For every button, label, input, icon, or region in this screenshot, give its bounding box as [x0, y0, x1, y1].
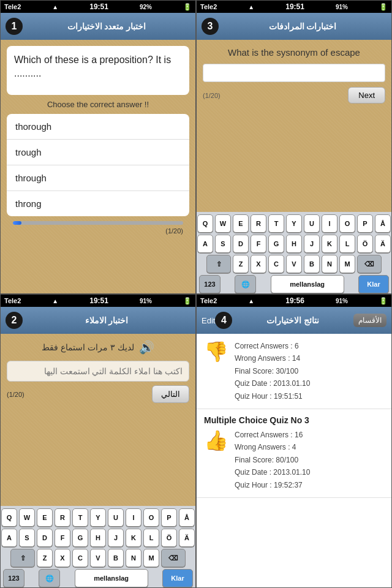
- q4-hour-2: Quiz Hour : 19:52:37: [235, 479, 310, 491]
- kb-space-q3[interactable]: mellanslag: [271, 275, 344, 293]
- kb2-key-x[interactable]: X: [55, 549, 70, 567]
- kb2-key-b[interactable]: B: [108, 549, 124, 567]
- kb2-globe[interactable]: 🌐: [39, 569, 60, 587]
- kb2-key-e[interactable]: E: [37, 508, 53, 527]
- time-q2: 19:51: [89, 296, 108, 305]
- q1-choice-0[interactable]: thorough: [7, 114, 189, 140]
- kb-key-b[interactable]: B: [304, 255, 320, 273]
- kb2-key-a[interactable]: A: [1, 529, 17, 547]
- kb2-key-p[interactable]: P: [161, 508, 177, 527]
- kb-key-m[interactable]: M: [339, 255, 355, 273]
- kb-key-w[interactable]: W: [215, 214, 231, 233]
- q4-correct-2: Correct Answers : 16: [235, 429, 310, 441]
- kb-key-x[interactable]: X: [251, 255, 266, 273]
- kb-klar-q3[interactable]: Klar: [358, 275, 389, 293]
- kb-key-i[interactable]: I: [322, 214, 337, 233]
- kb2-key-s[interactable]: S: [19, 529, 35, 547]
- q4-edit-button[interactable]: Edit: [202, 316, 215, 325]
- kb-key-aa[interactable]: Å: [375, 214, 391, 233]
- kb-key-k[interactable]: K: [322, 235, 337, 253]
- q1-instruction: Choose the correct answer !!: [7, 100, 189, 109]
- kb2-key-c[interactable]: C: [72, 549, 88, 567]
- q2-input[interactable]: [7, 361, 189, 382]
- kb-key-n[interactable]: N: [322, 255, 337, 273]
- kb-key-g[interactable]: G: [268, 235, 284, 253]
- kb-key-y[interactable]: Y: [286, 214, 302, 233]
- q4-correct-1: Correct Answers : 6: [235, 340, 310, 352]
- kb-num-q3[interactable]: 123: [199, 275, 221, 293]
- q3-meta-row: (1/20) Next: [197, 85, 391, 106]
- q4-section-button[interactable]: الأقسام: [353, 314, 386, 327]
- kb-key-o[interactable]: O: [339, 214, 355, 233]
- kb2-key-k[interactable]: K: [126, 529, 141, 547]
- kb2-key-l[interactable]: L: [143, 529, 159, 547]
- kb-key-l[interactable]: L: [339, 235, 355, 253]
- kb2-key-j[interactable]: J: [108, 529, 124, 547]
- q1-progress-label: (1/20): [7, 227, 189, 235]
- q1-choice-2[interactable]: through: [7, 165, 189, 191]
- kb2-space[interactable]: mellanslag: [75, 569, 148, 587]
- kb2-backspace[interactable]: ⌫: [161, 549, 186, 567]
- kb-key-t[interactable]: T: [268, 214, 284, 233]
- kb2-num[interactable]: 123: [3, 569, 24, 587]
- kb2-key-m[interactable]: M: [143, 549, 159, 567]
- q2-audio-text: لديك ٣ مرات استماع فقط: [42, 342, 134, 352]
- kb2-key-h[interactable]: H: [90, 529, 106, 547]
- q2-next-button[interactable]: التالي: [152, 385, 189, 403]
- kb2-key-n[interactable]: N: [126, 549, 141, 567]
- kb-backspace-q3[interactable]: ⌫: [357, 255, 382, 273]
- q1-choice-3[interactable]: throng: [7, 191, 189, 216]
- app-header-q1: 1 اختبار متعدد الاختيارات: [1, 13, 195, 40]
- keyboard-q3: Q W E R T Y U I O P Å A S D F G: [197, 212, 391, 294]
- kb-key-c[interactable]: C: [268, 255, 284, 273]
- q1-content: Which of these is a preposition? It is .…: [1, 40, 195, 294]
- kb2-key-z[interactable]: Z: [37, 549, 53, 567]
- quadrant-3: Tele2 ▲ 19:51 91% 🔋 3 اختبارات المرادفات…: [196, 0, 392, 294]
- kb2-key-w[interactable]: W: [19, 508, 35, 527]
- kb2-key-o[interactable]: O: [143, 508, 159, 527]
- kb2-key-y[interactable]: Y: [90, 508, 106, 527]
- time-q1: 19:51: [89, 2, 108, 11]
- kb-key-d[interactable]: D: [233, 235, 249, 253]
- kb-key-v[interactable]: V: [286, 255, 302, 273]
- kb-key-r[interactable]: R: [251, 214, 266, 233]
- battery-icon-q1: 🔋: [183, 3, 192, 11]
- kb2-key-u[interactable]: U: [108, 508, 124, 527]
- kb2-key-r[interactable]: R: [55, 508, 70, 527]
- kb-key-ae[interactable]: Ä: [375, 235, 391, 253]
- q3-text-input[interactable]: [203, 64, 385, 82]
- q3-question-text: What is the sysnonym of escape: [228, 47, 360, 58]
- kb-shift-q3[interactable]: ⇧: [206, 255, 231, 273]
- kb2-shift[interactable]: ⇧: [10, 549, 35, 567]
- kb2-key-aa[interactable]: Å: [179, 508, 195, 527]
- kb2-key-q[interactable]: Q: [1, 508, 17, 527]
- kb2-key-d[interactable]: D: [37, 529, 53, 547]
- kb2-key-g[interactable]: G: [72, 529, 88, 547]
- kb2-key-f[interactable]: F: [55, 529, 70, 547]
- kb-key-f[interactable]: F: [251, 235, 266, 253]
- kb-globe-q3[interactable]: 🌐: [235, 275, 256, 293]
- q3-question-area: What is the sysnonym of escape: [197, 40, 391, 61]
- kb2-key-i[interactable]: I: [126, 508, 141, 527]
- time-q3: 19:51: [285, 2, 304, 11]
- kb2-key-ae[interactable]: Ä: [179, 529, 195, 547]
- kb2-key-t[interactable]: T: [72, 508, 88, 527]
- kb-key-z[interactable]: Z: [233, 255, 249, 273]
- kb-row-q2-3: ⇧ Z X C V B N M ⌫: [2, 549, 194, 567]
- kb-key-h[interactable]: H: [286, 235, 302, 253]
- kb-key-q[interactable]: Q: [197, 214, 213, 233]
- kb2-key-v[interactable]: V: [90, 549, 106, 567]
- kb-key-e[interactable]: E: [233, 214, 249, 233]
- speaker-icon[interactable]: 🔊: [139, 340, 154, 355]
- kb-key-p[interactable]: P: [357, 214, 373, 233]
- kb-key-j[interactable]: J: [304, 235, 320, 253]
- kb-key-oe[interactable]: Ö: [357, 235, 373, 253]
- battery-q2: 91%: [140, 298, 152, 304]
- kb-key-s[interactable]: S: [215, 235, 231, 253]
- kb-key-u[interactable]: U: [304, 214, 320, 233]
- kb2-klar[interactable]: Klar: [162, 569, 193, 587]
- kb2-key-oe[interactable]: Ö: [161, 529, 177, 547]
- q1-choice-1[interactable]: trough: [7, 140, 189, 165]
- kb-key-a[interactable]: A: [197, 235, 213, 253]
- q3-next-button[interactable]: Next: [348, 87, 385, 104]
